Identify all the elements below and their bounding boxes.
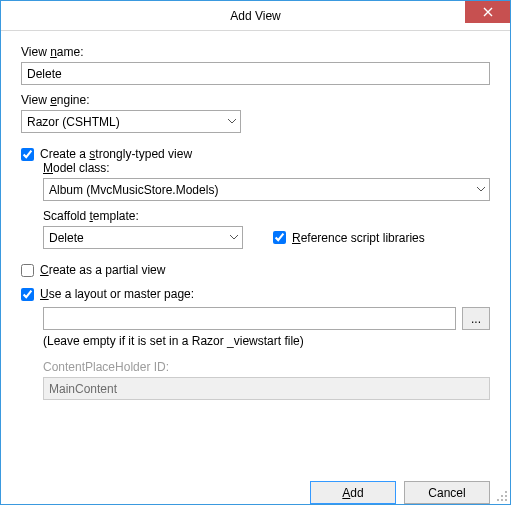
layout-path-input[interactable] <box>43 307 456 330</box>
use-layout-label: Use a layout or master page: <box>40 287 194 301</box>
dialog-body: View name: View engine: Razor (CSHTML) C… <box>1 31 510 471</box>
titlebar: Add View <box>1 1 510 31</box>
svg-point-5 <box>505 499 507 501</box>
cph-label: ContentPlaceHolder ID: <box>43 360 490 374</box>
close-icon <box>483 7 493 17</box>
strongly-typed-label: Create a strongly-typed view <box>40 147 192 161</box>
cph-input: MainContent <box>43 377 490 400</box>
partial-view-row: Create as a partial view <box>21 263 490 277</box>
chevron-down-icon <box>225 229 242 246</box>
resize-grip[interactable] <box>496 490 508 502</box>
model-class-value: Album (MvcMusicStore.Models) <box>49 183 218 197</box>
model-class-label: Model class: <box>43 161 490 175</box>
svg-point-4 <box>501 499 503 501</box>
use-layout-row: Use a layout or master page: <box>21 287 490 301</box>
add-view-dialog: Add View View name: View engine: Razor (… <box>0 0 511 505</box>
svg-point-0 <box>505 491 507 493</box>
close-button[interactable] <box>465 1 510 23</box>
browse-button[interactable]: ... <box>462 307 490 330</box>
window-title: Add View <box>230 9 280 23</box>
svg-point-3 <box>497 499 499 501</box>
partial-view-label: Create as a partial view <box>40 263 165 277</box>
svg-point-1 <box>501 495 503 497</box>
scaffold-combo[interactable]: Delete <box>43 226 243 249</box>
view-engine-value: Razor (CSHTML) <box>27 115 120 129</box>
view-name-input[interactable] <box>21 62 490 85</box>
partial-view-checkbox[interactable] <box>21 264 34 277</box>
add-button[interactable]: Add <box>310 481 396 504</box>
svg-point-2 <box>505 495 507 497</box>
cancel-button[interactable]: Cancel <box>404 481 490 504</box>
scaffold-label: Scaffold template: <box>43 209 490 223</box>
layout-hint: (Leave empty if it is set in a Razor _vi… <box>43 334 490 348</box>
use-layout-checkbox[interactable] <box>21 288 34 301</box>
chevron-down-icon <box>472 181 489 198</box>
strongly-typed-checkbox[interactable] <box>21 148 34 161</box>
strongly-typed-row: Create a strongly-typed view <box>21 147 490 161</box>
ref-scripts-row: Reference script libraries <box>273 231 425 245</box>
view-engine-label: View engine: <box>21 93 490 107</box>
view-name-label: View name: <box>21 45 490 59</box>
ref-scripts-checkbox[interactable] <box>273 231 286 244</box>
scaffold-value: Delete <box>49 231 84 245</box>
layout-section: ... (Leave empty if it is set in a Razor… <box>43 307 490 400</box>
chevron-down-icon <box>223 113 240 130</box>
strongly-typed-section: Model class: Album (MvcMusicStore.Models… <box>43 161 490 249</box>
model-class-combo[interactable]: Album (MvcMusicStore.Models) <box>43 178 490 201</box>
button-row: Add Cancel <box>1 471 510 504</box>
ref-scripts-label: Reference script libraries <box>292 231 425 245</box>
view-engine-combo[interactable]: Razor (CSHTML) <box>21 110 241 133</box>
